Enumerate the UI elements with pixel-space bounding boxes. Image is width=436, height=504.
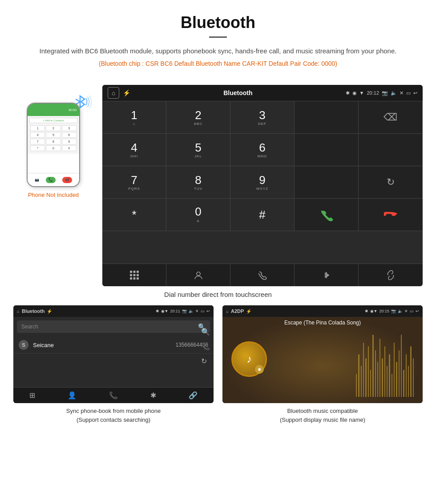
pb-call-right-icon[interactable]: 📞 (201, 342, 210, 351)
signal-icon: ▼ (359, 90, 364, 96)
contact-entry[interactable]: S Seicane 13566664466 (13, 336, 214, 354)
pb-signal: ◉▼ (161, 309, 169, 313)
phone-add-contacts-label: + Add to Contacts (29, 118, 77, 123)
music-song-title: Escape (The Pina Colada Song) (222, 317, 423, 328)
eq-bar (356, 374, 357, 397)
dial-call-green[interactable] (295, 199, 359, 231)
svg-rect-2 (130, 271, 132, 273)
page-description: Integrated with BC6 Bluetooth module, su… (36, 46, 400, 56)
eq-bar (358, 354, 359, 397)
dial-backspace[interactable]: ⌫ (359, 101, 423, 134)
dial-key-8[interactable]: 8 TUV (166, 166, 230, 199)
music-back-icon: ↩ (416, 309, 419, 313)
pb-refresh-right-icon[interactable]: ↻ (201, 357, 210, 365)
pb-calls-icon[interactable]: 📞 (109, 391, 118, 400)
bluetooth-specs: (Bluetooth chip : CSR BC6 Default Blueto… (36, 60, 400, 67)
pb-statusbar-right: ✱ ◉▼ 20:11 📷 🔈 ✕ ▭ ↩ (156, 309, 210, 313)
dial-key-0[interactable]: 0 + (166, 199, 230, 231)
usb-icon: ⚡ (123, 89, 130, 96)
action-contacts[interactable] (166, 264, 230, 286)
dial-key-hash[interactable]: # (230, 199, 295, 231)
dial-key-7[interactable]: 7 PQRS (102, 166, 166, 199)
dial-key-2[interactable]: 2 ABC (166, 101, 230, 134)
phone-key: 0 (46, 145, 61, 151)
close-icon: ✕ (400, 90, 404, 96)
dial-caption: Dial number direct from touchscreen (0, 286, 436, 305)
dial-key-6[interactable]: 6 MNO (230, 134, 295, 166)
play-pause-button[interactable]: ⏯ (319, 402, 327, 403)
bottom-section: ⌂ Bluetooth ⚡ ✱ ◉▼ 20:11 📷 🔈 ✕ ▭ ↩ Searc… (0, 305, 436, 426)
page-title: Bluetooth (36, 13, 400, 32)
svg-rect-9 (133, 277, 135, 280)
phonebook-statusbar: ⌂ Bluetooth ⚡ ✱ ◉▼ 20:11 📷 🔈 ✕ ▭ ↩ (13, 305, 214, 317)
dial-key-4[interactable]: 4 GHI (102, 134, 166, 166)
pb-dialpad-icon[interactable]: ⊞ (29, 391, 35, 400)
dial-key-3[interactable]: 3 DEF (230, 101, 295, 134)
action-link[interactable] (359, 264, 423, 286)
eq-bar (394, 343, 395, 397)
phonebook-card: ⌂ Bluetooth ⚡ ✱ ◉▼ 20:11 📷 🔈 ✕ ▭ ↩ Searc… (13, 305, 214, 426)
car-dial-screen: ⌂ ⚡ Bluetooth ✱ ◉ ▼ 20:12 📷 🔈 ✕ ▭ ↩ 1 ⌂ (102, 85, 423, 286)
action-dialpad[interactable] (102, 264, 166, 286)
eq-bar (363, 343, 364, 397)
phone-screen: + Add to Contacts 1 2 3 4 5 6 7 8 9 * 0 … (28, 116, 79, 154)
phone-keypad: 1 2 3 4 5 6 7 8 9 * 0 # (29, 124, 77, 152)
phonebook-search-bar[interactable]: Search 🔍 (17, 320, 210, 333)
pb-link-icon[interactable]: 🔗 (189, 391, 198, 400)
music-signal: ◉▼ (370, 309, 378, 313)
action-bluetooth-toggle[interactable] (295, 264, 359, 286)
phonebook-screen: ⌂ Bluetooth ⚡ ✱ ◉▼ 20:11 📷 🔈 ✕ ▭ ↩ Searc… (13, 305, 214, 403)
bluetooth-status-icon: ✱ (346, 90, 350, 96)
dial-call-red[interactable] (359, 199, 423, 231)
dial-refresh[interactable]: ↻ (359, 166, 423, 199)
phone-camera-icon: 📷 (35, 178, 39, 182)
back-icon: ↩ (413, 90, 417, 96)
music-home-icon: ⌂ (226, 309, 229, 314)
dial-key-1[interactable]: 1 ⌂ (102, 101, 166, 134)
music-sb-right: ✱ ◉▼ 20:15 📷 🔈 ✕ ▭ ↩ (365, 309, 419, 313)
home-button[interactable]: ⌂ (108, 87, 119, 99)
music-sb-left: ⌂ A2DP ⚡ (226, 308, 251, 314)
eq-bar (368, 346, 369, 397)
eq-bar (382, 358, 383, 397)
pb-app-name: Bluetooth (22, 308, 44, 314)
next-button[interactable]: ⏭ (340, 402, 348, 403)
music-app-name: A2DP (231, 308, 244, 314)
dial-key-star[interactable]: * (102, 199, 166, 231)
dialpad-grid: 1 ⌂ 2 ABC 3 DEF ⌫ 4 GHI 5 JKL (102, 101, 423, 264)
eq-bar (384, 346, 385, 397)
eq-bar (365, 358, 366, 397)
phone-not-included-label: Phone Not Included (28, 192, 79, 198)
eq-bar (375, 350, 376, 397)
album-art: ♪ ✱ (231, 341, 267, 377)
action-call-log[interactable] (230, 264, 295, 286)
pb-contacts-icon[interactable]: 👤 (68, 391, 77, 400)
pb-win-icon: ▭ (201, 309, 205, 313)
dial-key-9[interactable]: 9 WXYZ (230, 166, 295, 199)
phone-top-bar: M:00 (28, 104, 79, 116)
prev-button[interactable]: ⏮ (297, 402, 305, 403)
svg-rect-10 (137, 277, 139, 280)
eq-bar (403, 370, 404, 397)
svg-rect-8 (130, 277, 132, 280)
music-cam-icon: 📷 (391, 309, 396, 313)
music-vol-icon: 🔈 (398, 309, 403, 313)
music-statusbar: ⌂ A2DP ⚡ ✱ ◉▼ 20:15 📷 🔈 ✕ ▭ ↩ (222, 305, 423, 317)
pb-search-right-icon[interactable]: 🔍 (201, 328, 210, 336)
window-icon: ▭ (406, 90, 411, 96)
eq-bar (361, 366, 362, 397)
pb-close-icon: ✕ (195, 309, 199, 313)
search-placeholder: Search (21, 324, 198, 330)
phone-call-button: 📞 (46, 177, 56, 183)
music-controls: ⏮ ⏯ ⏭ (222, 402, 423, 403)
svg-rect-3 (133, 271, 135, 273)
eq-bar (410, 346, 411, 397)
phone-key: * (30, 145, 45, 151)
dial-key-5[interactable]: 5 JKL (166, 134, 230, 166)
svg-rect-7 (137, 274, 139, 276)
eq-bar (372, 335, 373, 397)
music-note-icon: ♪ (246, 353, 252, 365)
phonebook-caption: Sync phone-book from mobile phone (Suppo… (13, 403, 214, 426)
phone-illustration: M:00 + Add to Contacts 1 2 3 4 5 6 7 8 9 (27, 103, 80, 187)
pb-bt-bottom-icon[interactable]: ✱ (150, 391, 156, 400)
